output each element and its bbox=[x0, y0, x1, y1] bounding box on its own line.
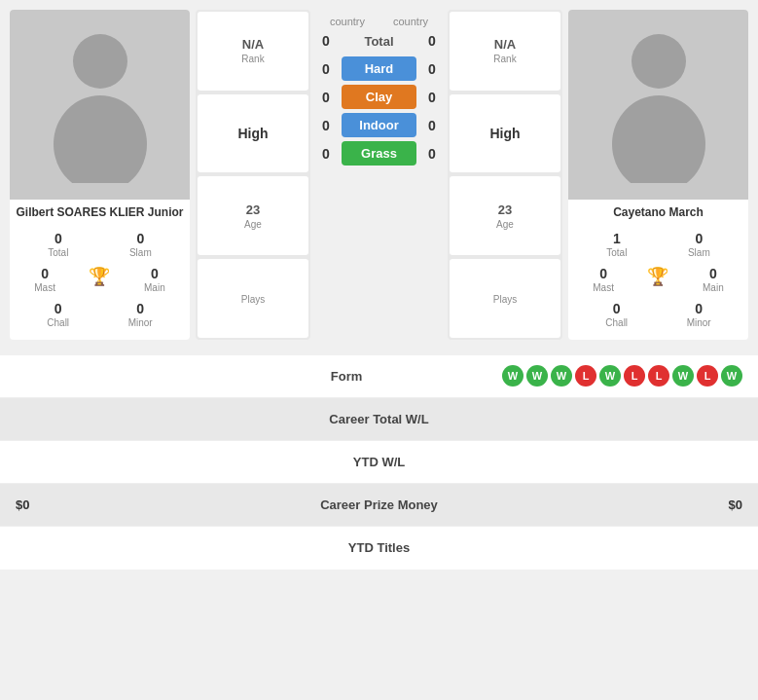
total-label: Total bbox=[342, 34, 416, 49]
right-total-value: 1 bbox=[613, 231, 621, 246]
left-rank-value: N/A bbox=[242, 37, 264, 52]
left-age-label: Age bbox=[244, 219, 262, 230]
left-trophy-icon: 🏆 bbox=[89, 266, 110, 287]
left-age-panel-item: 23 Age bbox=[198, 176, 308, 255]
surface-right-hard: 0 bbox=[422, 61, 442, 77]
career-wl-row: Career Total W/L bbox=[0, 398, 758, 441]
right-mast-value: 0 bbox=[599, 266, 607, 281]
left-mast-value: 0 bbox=[41, 266, 49, 281]
career-prize-right: $0 bbox=[587, 497, 742, 512]
career-prize-row: $0 Career Prize Money $0 bbox=[0, 484, 758, 527]
career-prize-label: Career Prize Money bbox=[171, 497, 587, 512]
form-badge-5: L bbox=[624, 365, 645, 387]
form-badge-0: W bbox=[502, 365, 523, 387]
ytd-titles-row: YTD Titles bbox=[0, 527, 758, 570]
left-stats-row-3: 0 Chall 0 Minor bbox=[18, 297, 182, 332]
right-chall-stat: 0 Chall bbox=[605, 301, 628, 328]
left-rank-label: Rank bbox=[241, 54, 264, 64]
right-chall-value: 0 bbox=[613, 301, 621, 316]
left-player-name: Gilbert SOARES KLIER Junior bbox=[12, 200, 187, 223]
left-main-label: Main bbox=[144, 282, 165, 293]
right-stats-row-2: 0 Mast 🏆 0 Main bbox=[576, 262, 740, 297]
surface-right-indoor: 0 bbox=[422, 118, 442, 133]
left-slam-value: 0 bbox=[136, 231, 144, 246]
center-content: country country 0 Total 0 0 Hard 0 bbox=[316, 16, 442, 167]
surface-row-grass: 0 Grass 0 bbox=[316, 139, 442, 167]
left-high-panel-item: High bbox=[198, 94, 308, 173]
svg-point-0 bbox=[73, 34, 127, 89]
form-badge-7: W bbox=[672, 365, 694, 387]
left-age-value: 23 bbox=[246, 203, 260, 217]
right-chall-label: Chall bbox=[605, 317, 628, 328]
right-main-value: 0 bbox=[709, 266, 717, 281]
left-slam-label: Slam bbox=[129, 247, 152, 258]
form-badges-container: WWWLWLLWLW bbox=[502, 365, 742, 387]
left-chall-stat: 0 Chall bbox=[47, 301, 69, 328]
surface-badge-grass: Grass bbox=[342, 141, 416, 166]
left-high-value: High bbox=[237, 126, 268, 141]
surface-right-grass: 0 bbox=[422, 146, 442, 162]
right-stats-row-3: 0 Chall 0 Minor bbox=[576, 297, 740, 332]
total-right-score: 0 bbox=[422, 33, 442, 49]
career-prize-left: $0 bbox=[16, 497, 171, 512]
left-chall-label: Chall bbox=[47, 317, 69, 328]
left-chall-value: 0 bbox=[54, 301, 62, 316]
left-mast-label: Mast bbox=[34, 282, 55, 293]
left-total-label: Total bbox=[48, 247, 68, 258]
center-section: country country 0 Total 0 0 Hard 0 bbox=[316, 10, 442, 340]
left-player-photo bbox=[10, 10, 190, 200]
career-wl-label: Career Total W/L bbox=[16, 412, 742, 426]
surface-badge-clay: Clay bbox=[342, 85, 416, 109]
surface-row-clay: 0 Clay 0 bbox=[316, 83, 442, 111]
form-row: Form WWWLWLLWLW bbox=[0, 355, 758, 398]
left-stats-row-1: 0 Total 0 Slam bbox=[18, 227, 182, 262]
right-country-label: country bbox=[393, 16, 428, 27]
left-minor-value: 0 bbox=[136, 301, 144, 316]
right-player-photo bbox=[568, 10, 748, 200]
right-rank-panel-item: N/A Rank bbox=[450, 12, 560, 91]
left-total-stat: 0 Total bbox=[48, 231, 68, 258]
player-headers: country country bbox=[316, 16, 442, 27]
right-minor-stat: 0 Minor bbox=[687, 301, 711, 328]
left-minor-stat: 0 Minor bbox=[128, 301, 153, 328]
right-minor-value: 0 bbox=[695, 301, 703, 316]
left-main-value: 0 bbox=[151, 266, 159, 281]
surface-left-indoor: 0 bbox=[316, 118, 336, 133]
total-left-score: 0 bbox=[316, 33, 336, 49]
right-slam-stat: 0 Slam bbox=[688, 231, 710, 258]
right-player-card: Cayetano March 1 Total 0 Slam 0 Mast bbox=[568, 10, 748, 340]
surface-row-hard: 0 Hard 0 bbox=[316, 55, 442, 83]
left-player-stats: 0 Total 0 Slam 0 Mast 🏆 bbox=[10, 223, 190, 340]
form-badge-1: W bbox=[526, 365, 548, 387]
left-player-card: Gilbert SOARES KLIER Junior 0 Total 0 Sl… bbox=[10, 10, 190, 340]
form-badge-4: W bbox=[599, 365, 621, 387]
form-badge-2: W bbox=[551, 365, 572, 387]
form-badge-8: L bbox=[697, 365, 718, 387]
right-stats-panel: N/A Rank High 23 Age Plays bbox=[448, 10, 562, 340]
form-label: Form bbox=[191, 369, 502, 384]
ytd-wl-label: YTD W/L bbox=[16, 455, 742, 469]
left-slam-stat: 0 Slam bbox=[129, 231, 152, 258]
right-mast-label: Mast bbox=[593, 282, 614, 293]
right-main-stat: 0 Main bbox=[703, 266, 724, 293]
right-total-stat: 1 Total bbox=[606, 231, 627, 258]
right-plays-label: Plays bbox=[493, 294, 517, 305]
form-badge-3: L bbox=[575, 365, 596, 387]
left-main-stat: 0 Main bbox=[144, 266, 165, 293]
right-mast-stat: 0 Mast bbox=[593, 266, 614, 293]
right-trophy-icon-container: 🏆 bbox=[647, 266, 668, 293]
left-mast-stat: 0 Mast bbox=[34, 266, 55, 293]
left-country-label: country bbox=[330, 16, 365, 27]
right-age-label: Age bbox=[496, 219, 514, 230]
left-stats-row-2: 0 Mast 🏆 0 Main bbox=[18, 262, 182, 297]
surface-right-clay: 0 bbox=[422, 90, 442, 105]
right-high-value: High bbox=[489, 126, 520, 141]
form-badge-9: W bbox=[721, 365, 742, 387]
right-slam-label: Slam bbox=[688, 247, 710, 258]
form-badge-6: L bbox=[648, 365, 669, 387]
right-age-panel-item: 23 Age bbox=[450, 176, 560, 255]
surface-badge-hard: Hard bbox=[342, 56, 416, 81]
left-rank-panel-item: N/A Rank bbox=[198, 12, 308, 91]
right-rank-label: Rank bbox=[493, 54, 516, 64]
right-age-value: 23 bbox=[498, 203, 512, 217]
